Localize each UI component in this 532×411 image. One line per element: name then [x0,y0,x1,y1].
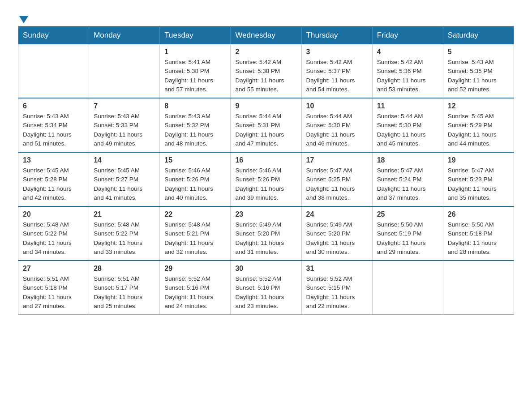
day-info: Sunrise: 5:50 AM Sunset: 5:19 PM Dayligh… [377,220,438,257]
day-info: Sunrise: 5:44 AM Sunset: 5:30 PM Dayligh… [377,112,438,148]
day-info: Sunrise: 5:52 AM Sunset: 5:15 PM Dayligh… [306,274,368,311]
day-info: Sunrise: 5:42 AM Sunset: 5:38 PM Dayligh… [235,58,296,94]
calendar-cell: 17Sunrise: 5:47 AM Sunset: 5:25 PM Dayli… [301,152,372,206]
day-info: Sunrise: 5:52 AM Sunset: 5:16 PM Dayligh… [164,274,226,311]
calendar-cell: 5Sunrise: 5:43 AM Sunset: 5:35 PM Daylig… [443,44,514,98]
day-number: 27 [23,265,84,273]
calendar-cell: 27Sunrise: 5:51 AM Sunset: 5:18 PM Dayli… [18,261,89,315]
day-number: 21 [94,210,155,218]
page-header [18,13,514,20]
weekday-header-sunday: Sunday [18,26,89,45]
calendar-table: SundayMondayTuesdayWednesdayThursdayFrid… [18,26,514,315]
calendar-cell: 14Sunrise: 5:45 AM Sunset: 5:27 PM Dayli… [89,152,160,206]
calendar-week-row: 27Sunrise: 5:51 AM Sunset: 5:18 PM Dayli… [18,261,514,315]
calendar-cell: 6Sunrise: 5:43 AM Sunset: 5:34 PM Daylig… [18,98,89,152]
day-info: Sunrise: 5:42 AM Sunset: 5:36 PM Dayligh… [377,58,438,94]
day-number: 9 [235,102,296,110]
day-info: Sunrise: 5:49 AM Sunset: 5:20 PM Dayligh… [306,220,368,257]
calendar-week-row: 1Sunrise: 5:41 AM Sunset: 5:38 PM Daylig… [18,44,514,98]
day-info: Sunrise: 5:42 AM Sunset: 5:37 PM Dayligh… [306,58,368,94]
calendar-cell: 10Sunrise: 5:44 AM Sunset: 5:30 PM Dayli… [301,98,372,152]
calendar-cell: 30Sunrise: 5:52 AM Sunset: 5:16 PM Dayli… [231,261,301,315]
day-info: Sunrise: 5:45 AM Sunset: 5:27 PM Dayligh… [94,166,155,202]
day-info: Sunrise: 5:48 AM Sunset: 5:22 PM Dayligh… [23,220,84,257]
day-info: Sunrise: 5:43 AM Sunset: 5:35 PM Dayligh… [448,58,509,94]
calendar-week-row: 6Sunrise: 5:43 AM Sunset: 5:34 PM Daylig… [18,98,514,152]
calendar-cell: 18Sunrise: 5:47 AM Sunset: 5:24 PM Dayli… [372,152,443,206]
calendar-cell: 13Sunrise: 5:45 AM Sunset: 5:28 PM Dayli… [18,152,89,206]
day-number: 18 [377,156,438,164]
calendar-cell: 11Sunrise: 5:44 AM Sunset: 5:30 PM Dayli… [372,98,443,152]
calendar-cell [89,44,160,98]
calendar-cell: 26Sunrise: 5:50 AM Sunset: 5:18 PM Dayli… [443,206,514,261]
day-info: Sunrise: 5:48 AM Sunset: 5:22 PM Dayligh… [94,220,155,257]
calendar-week-row: 13Sunrise: 5:45 AM Sunset: 5:28 PM Dayli… [18,152,514,206]
day-number: 20 [23,210,84,218]
logo [18,13,28,20]
weekday-header-monday: Monday [89,26,160,45]
day-info: Sunrise: 5:51 AM Sunset: 5:17 PM Dayligh… [94,274,155,311]
day-number: 22 [164,210,226,218]
day-number: 5 [448,48,509,56]
day-number: 25 [377,210,438,218]
day-info: Sunrise: 5:41 AM Sunset: 5:38 PM Dayligh… [164,58,226,94]
calendar-cell: 19Sunrise: 5:47 AM Sunset: 5:23 PM Dayli… [443,152,514,206]
calendar-cell: 15Sunrise: 5:46 AM Sunset: 5:26 PM Dayli… [160,152,231,206]
calendar-cell: 12Sunrise: 5:45 AM Sunset: 5:29 PM Dayli… [443,98,514,152]
weekday-header-row: SundayMondayTuesdayWednesdayThursdayFrid… [18,26,514,45]
day-number: 23 [235,210,296,218]
calendar-cell: 20Sunrise: 5:48 AM Sunset: 5:22 PM Dayli… [18,206,89,261]
day-info: Sunrise: 5:44 AM Sunset: 5:30 PM Dayligh… [306,112,368,148]
day-number: 19 [448,156,509,164]
day-number: 14 [94,156,155,164]
day-number: 16 [235,156,296,164]
calendar-cell: 24Sunrise: 5:49 AM Sunset: 5:20 PM Dayli… [301,206,372,261]
day-info: Sunrise: 5:46 AM Sunset: 5:26 PM Dayligh… [235,166,296,202]
calendar-cell: 8Sunrise: 5:43 AM Sunset: 5:32 PM Daylig… [160,98,231,152]
calendar-cell: 1Sunrise: 5:41 AM Sunset: 5:38 PM Daylig… [160,44,231,98]
day-info: Sunrise: 5:52 AM Sunset: 5:16 PM Dayligh… [235,274,296,311]
day-info: Sunrise: 5:45 AM Sunset: 5:29 PM Dayligh… [448,112,509,148]
day-number: 15 [164,156,226,164]
day-number: 8 [164,102,226,110]
day-number: 31 [306,265,368,273]
day-info: Sunrise: 5:45 AM Sunset: 5:28 PM Dayligh… [23,166,84,202]
day-info: Sunrise: 5:51 AM Sunset: 5:18 PM Dayligh… [23,274,84,311]
day-info: Sunrise: 5:43 AM Sunset: 5:33 PM Dayligh… [94,112,155,148]
day-info: Sunrise: 5:49 AM Sunset: 5:20 PM Dayligh… [235,220,296,257]
calendar-cell [372,261,443,315]
weekday-header-friday: Friday [372,26,443,45]
day-number: 28 [94,265,155,273]
calendar-cell: 9Sunrise: 5:44 AM Sunset: 5:31 PM Daylig… [231,98,301,152]
day-info: Sunrise: 5:47 AM Sunset: 5:25 PM Dayligh… [306,166,368,202]
day-number: 3 [306,48,368,56]
day-number: 2 [235,48,296,56]
day-number: 30 [235,265,296,273]
day-info: Sunrise: 5:46 AM Sunset: 5:26 PM Dayligh… [164,166,226,202]
day-info: Sunrise: 5:50 AM Sunset: 5:18 PM Dayligh… [448,220,509,257]
calendar-cell: 23Sunrise: 5:49 AM Sunset: 5:20 PM Dayli… [231,206,301,261]
day-number: 26 [448,210,509,218]
calendar-cell: 21Sunrise: 5:48 AM Sunset: 5:22 PM Dayli… [89,206,160,261]
calendar-cell: 2Sunrise: 5:42 AM Sunset: 5:38 PM Daylig… [231,44,301,98]
day-number: 17 [306,156,368,164]
weekday-header-thursday: Thursday [301,26,372,45]
day-number: 4 [377,48,438,56]
day-number: 24 [306,210,368,218]
calendar-cell: 22Sunrise: 5:48 AM Sunset: 5:21 PM Dayli… [160,206,231,261]
weekday-header-wednesday: Wednesday [231,26,301,45]
logo-arrow-icon [19,16,28,23]
calendar-cell: 28Sunrise: 5:51 AM Sunset: 5:17 PM Dayli… [89,261,160,315]
calendar-cell: 16Sunrise: 5:46 AM Sunset: 5:26 PM Dayli… [231,152,301,206]
calendar-week-row: 20Sunrise: 5:48 AM Sunset: 5:22 PM Dayli… [18,206,514,261]
calendar-cell: 29Sunrise: 5:52 AM Sunset: 5:16 PM Dayli… [160,261,231,315]
calendar-cell [18,44,89,98]
day-number: 13 [23,156,84,164]
day-info: Sunrise: 5:47 AM Sunset: 5:24 PM Dayligh… [377,166,438,202]
day-info: Sunrise: 5:43 AM Sunset: 5:34 PM Dayligh… [23,112,84,148]
day-info: Sunrise: 5:44 AM Sunset: 5:31 PM Dayligh… [235,112,296,148]
weekday-header-saturday: Saturday [443,26,514,45]
calendar-cell [443,261,514,315]
calendar-cell: 25Sunrise: 5:50 AM Sunset: 5:19 PM Dayli… [372,206,443,261]
calendar-cell: 7Sunrise: 5:43 AM Sunset: 5:33 PM Daylig… [89,98,160,152]
